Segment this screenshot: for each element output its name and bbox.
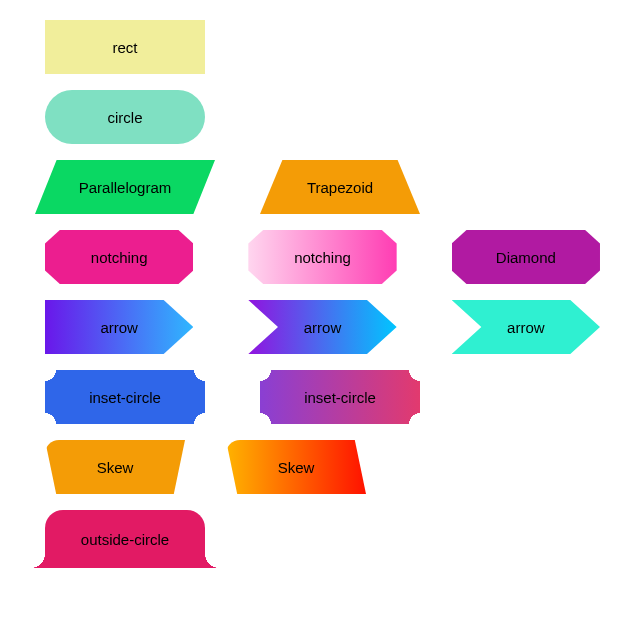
shape-arrow-3: arrow	[452, 300, 600, 354]
shape-diamond: Diamond	[452, 230, 600, 284]
shape-circle: circle	[45, 90, 205, 144]
shape-arrow-2: arrow	[248, 300, 396, 354]
shape-outside-circle: outside-circle	[45, 510, 205, 568]
shape-arrow-1: arrow	[45, 300, 193, 354]
shape-skew-2: Skew	[226, 440, 366, 494]
shape-trapezoid: Trapezoid	[260, 160, 420, 214]
shape-inset-circle-2: inset-circle	[260, 370, 420, 424]
shape-skew-1: Skew	[45, 440, 185, 494]
shape-notching-1: notching	[45, 230, 193, 284]
shape-notching-2: notching	[248, 230, 396, 284]
shape-inset-circle-1: inset-circle	[45, 370, 205, 424]
shape-parallelogram: Parallelogram	[35, 160, 215, 214]
shape-rect: rect	[45, 20, 205, 74]
